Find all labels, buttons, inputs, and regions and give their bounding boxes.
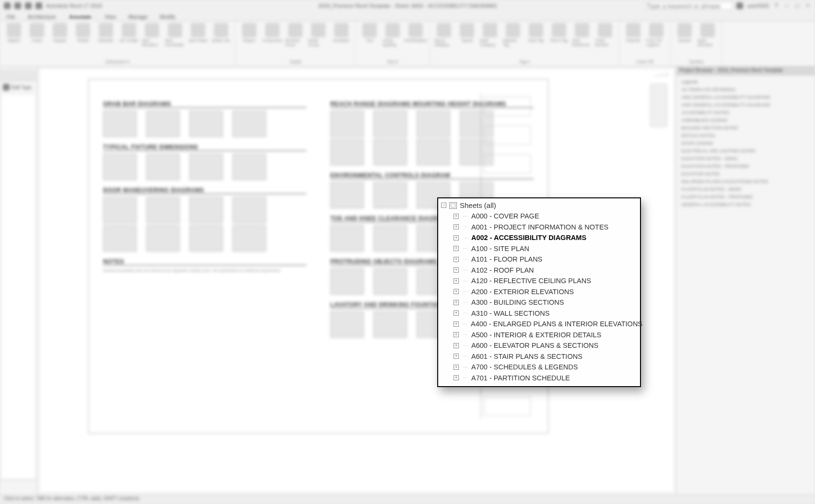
ribbon-tab[interactable]: Manage — [127, 13, 150, 21]
ribbon-tab[interactable]: File — [5, 13, 17, 21]
ribbon-button[interactable]: Multi-Category — [480, 23, 500, 47]
browser-tree-item[interactable]: A002 GENERAL ACCESSIBILITY DIAGRAMS — [681, 93, 810, 101]
ribbon-button[interactable]: Aligned — [4, 23, 24, 43]
ribbon-button[interactable]: Detail Line — [211, 23, 231, 43]
ribbon-button[interactable]: Angular — [50, 23, 70, 43]
qat-redo-icon[interactable] — [35, 2, 42, 9]
ribbon-tab[interactable]: View — [103, 13, 118, 21]
ribbon-tab[interactable]: Modify — [158, 13, 177, 21]
expand-icon[interactable]: + — [454, 300, 459, 305]
browser-tree-item[interactable]: ELEVATION NOTES - PROPOSED — [681, 162, 810, 170]
expand-icon[interactable]: + — [454, 354, 459, 359]
ribbon-tab[interactable]: Architecture — [26, 13, 58, 21]
ribbon-button[interactable]: Text — [360, 23, 380, 43]
ribbon-button[interactable]: Region — [239, 23, 259, 43]
ribbon-button[interactable]: Material Tag — [503, 23, 523, 47]
expand-icon[interactable]: + — [454, 365, 459, 370]
browser-tree-item[interactable]: ACCESSIBILITY NOTES — [681, 109, 810, 116]
expand-icon[interactable]: + — [454, 321, 459, 327]
sheet-list-item[interactable]: +⋯A600 - ELEVATOR PLANS & SECTIONS — [454, 340, 635, 351]
ribbon-button[interactable]: Arc Length — [119, 23, 139, 43]
view-controls[interactable]: — □ × — [655, 72, 668, 78]
sheet-list-item[interactable]: +⋯A001 - PROJECT INFORMATION & NOTES — [454, 222, 635, 233]
expand-icon[interactable]: + — [454, 375, 459, 380]
expand-icon[interactable]: + — [454, 289, 459, 294]
expand-icon[interactable]: + — [454, 343, 459, 348]
sheet-list-item[interactable]: +⋯A100 - SITE PLAN — [454, 243, 635, 254]
ribbon-button[interactable]: Diameter — [96, 23, 116, 43]
expand-icon[interactable]: + — [454, 278, 459, 284]
browser-tree-item[interactable]: Legends — [681, 78, 810, 86]
expand-icon[interactable]: + — [454, 224, 459, 229]
ribbon-button[interactable]: Tag All — [457, 23, 477, 43]
ribbon-button[interactable]: Tag by Category — [434, 23, 454, 47]
ribbon-tab-active[interactable]: Annotate — [66, 12, 94, 21]
browser-tree-item[interactable]: DOOR LEGEND — [681, 139, 810, 147]
ribbon-button[interactable]: Spot Coordinate — [165, 23, 185, 47]
expand-icon[interactable]: + — [454, 267, 459, 273]
browser-tree-item[interactable]: BUILDING SECTION NOTES — [681, 124, 810, 132]
browser-tree-item[interactable]: ELECTRICAL AND LIGHTING NOTES — [681, 147, 810, 155]
help-icon[interactable]: ? — [773, 2, 780, 9]
minimize-icon[interactable]: – — [783, 2, 790, 9]
project-browser-panel[interactable]: Project Browser - 2018_Premium Revit Tem… — [676, 67, 815, 494]
sheet-list-item[interactable]: +⋯A400 - ENLARGED PLANS & INTERIOR ELEVA… — [454, 319, 635, 330]
sheet-list-item[interactable]: +⋯A120 - REFLECTIVE CEILING PLANS — [454, 275, 635, 286]
sheet-list-item[interactable]: +⋯A601 - STAIR PLANS & SECTIONS — [454, 351, 635, 362]
browser-tree-item[interactable]: A003 GENERAL ACCESSIBILITY DIAGRAMS — [681, 101, 810, 109]
browser-tree-item[interactable]: FLOOR PLAN NOTES - DEMO — [681, 185, 810, 193]
browser-tree-item[interactable]: AD TEMPLATE DRAWINGS — [681, 86, 810, 93]
expand-icon[interactable]: + — [454, 257, 459, 262]
browser-tree-item[interactable]: ASSEMBLIES LEGEND — [681, 116, 810, 124]
expand-icon[interactable]: + — [454, 310, 459, 316]
properties-body[interactable] — [2, 95, 35, 478]
sheet-list-item[interactable]: +⋯A101 - FLOOR PLANS — [454, 254, 635, 265]
sheet-list-item[interactable]: +⋯A300 - BUILDING SECTIONS — [454, 297, 635, 308]
ribbon-button[interactable]: Detail Group — [308, 23, 328, 47]
sheet-list-item[interactable]: +⋯A310 - WALL SECTIONS — [454, 308, 635, 319]
sheet-list-item[interactable]: +⋯A500 - INTERIOR & EXTERIOR DETAILS — [454, 330, 635, 341]
close-icon[interactable]: × — [804, 2, 811, 9]
browser-tree-item[interactable]: ENLARGED PLANS & ELEVATIONS NOTES — [681, 178, 810, 185]
ribbon-button[interactable]: Room Tag — [549, 23, 569, 43]
ribbon-button[interactable]: Spot Elevation — [142, 23, 162, 47]
browser-tree-item[interactable]: ELEVATOR NOTES — [681, 170, 810, 178]
expand-icon[interactable]: + — [454, 214, 459, 219]
ribbon-button[interactable]: Tread Number — [595, 23, 615, 47]
browser-tree-item[interactable]: GENERAL ACCESSIBILITY NOTES — [681, 201, 810, 208]
type-selector-icon[interactable] — [3, 84, 10, 91]
ribbon-button[interactable]: Area Tag — [526, 23, 546, 43]
search-input[interactable] — [646, 2, 733, 10]
ribbon-button[interactable]: Symbol — [675, 23, 695, 43]
ribbon-button[interactable]: Color Fill Legend — [646, 23, 666, 47]
sheet-list-item[interactable]: +⋯A700 - SCHEDULES & LEGENDS — [454, 362, 635, 373]
expand-icon[interactable]: + — [454, 235, 459, 241]
qat-undo-icon[interactable] — [25, 2, 32, 9]
sheet-list-item[interactable]: +⋯A002 - ACCESSIBILITY DIAGRAMS — [454, 232, 635, 243]
ribbon-button[interactable]: Find/Replace — [406, 23, 426, 43]
subscription-icon[interactable] — [736, 2, 743, 9]
ribbon-button[interactable]: Keynote — [623, 23, 643, 43]
qat-save-icon[interactable] — [14, 2, 21, 9]
ribbon-button[interactable]: View Reference — [572, 23, 592, 47]
edit-type-button[interactable]: Edit Type — [12, 85, 32, 90]
sheets-popup-header[interactable]: − Sheets (all) — [441, 201, 635, 209]
expand-icon[interactable]: + — [454, 246, 459, 251]
ribbon-button[interactable]: Component — [262, 23, 282, 43]
ribbon-button[interactable]: Check Spelling — [383, 23, 403, 47]
browser-tree-item[interactable]: FLOOR PLAN NOTES - PROPOSED — [681, 193, 810, 201]
sheet-list-item[interactable]: +⋯A701 - PARTITION SCHEDULE — [454, 373, 635, 384]
ribbon-button[interactable]: Insulation — [331, 23, 351, 43]
ribbon-button[interactable]: Linear — [27, 23, 47, 43]
ribbon-button[interactable]: Spot Slope — [188, 23, 208, 43]
ribbon-button[interactable]: Revision Cloud — [285, 23, 305, 47]
navigation-bar[interactable] — [650, 84, 667, 127]
expand-icon[interactable]: + — [454, 332, 459, 337]
browser-tree-item[interactable]: DETAILS NOTES — [681, 132, 810, 139]
sheet-list-item[interactable]: +⋯A200 - EXTERIOR ELEVATIONS — [454, 286, 635, 298]
sheet-list-item[interactable]: +⋯A000 - COVER PAGE — [454, 211, 635, 222]
sheet-list-item[interactable]: +⋯A102 - ROOF PLAN — [454, 265, 635, 276]
ribbon-button[interactable]: Span Direction — [698, 23, 718, 47]
maximize-icon[interactable]: □ — [794, 2, 801, 9]
user-name[interactable]: user5555 — [747, 3, 769, 9]
